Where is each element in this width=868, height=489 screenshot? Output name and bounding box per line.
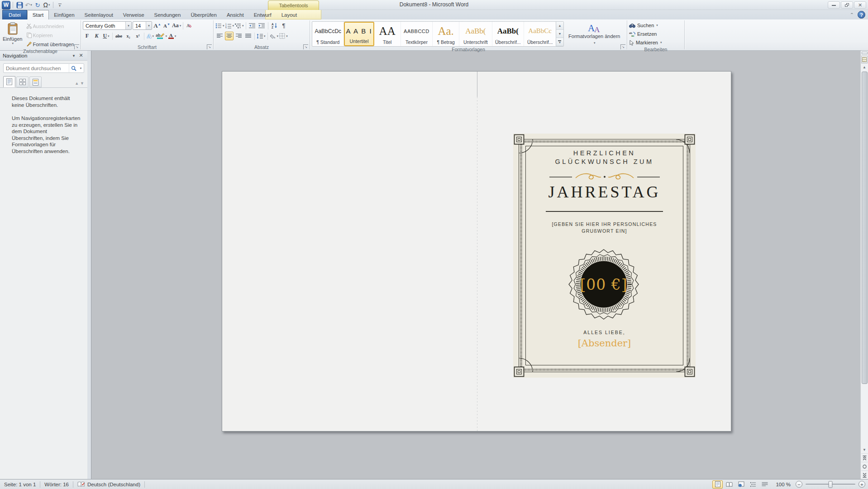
document-page[interactable]: HERZLICHEN GLÜCKWUNSCH ZUM JAHRESTAG [GE… [222,71,731,431]
tab-sendungen[interactable]: Sendungen [149,10,186,19]
subscript-button[interactable]: x₂ [124,32,133,40]
cut-button[interactable]: Ausschneiden [25,22,75,30]
proofing-status[interactable]: Deutsch (Deutschland) [73,479,144,489]
next-page-button[interactable] [861,470,868,479]
amount-placeholder-field[interactable]: [00 €] [580,276,627,293]
draft-view-button[interactable] [759,480,770,489]
scroll-down-icon[interactable]: ▼ [861,446,868,453]
word-logo-icon[interactable]: W [2,1,10,10]
sort-button[interactable]: AZ [270,21,279,30]
previous-page-button[interactable] [861,453,868,462]
find-button[interactable]: Suchen▾ [627,21,684,29]
style-item-betrag[interactable]: Aa. ¶ Betrag [433,22,459,46]
search-input[interactable] [4,66,69,71]
previous-heading-icon[interactable]: ▲ [75,81,79,86]
tab-ansicht[interactable]: Ansicht [222,10,249,19]
justify-button[interactable] [244,32,253,40]
repeat-button[interactable]: ↻ [33,1,42,9]
pane-splitter[interactable] [87,51,91,479]
greeting-placeholder-field[interactable]: [GEBEN SIE HIER IHR PERSONLICHES GRUßWOR… [513,221,696,235]
select-button[interactable]: Markieren▾ [627,38,684,47]
font-color-button[interactable]: A▾ [168,32,176,40]
styles-dialog-launcher[interactable]: ↘ [620,44,625,49]
page-indicator[interactable]: Seite: 1 von 1 [0,479,40,489]
show-marks-button[interactable]: ¶ [280,21,288,30]
tab-datei[interactable]: Datei [2,10,27,19]
style-item-unterschrift[interactable]: AaBb( Unterschrift [459,22,492,46]
vertical-scrollbar[interactable]: ▲ ▼ [860,51,868,479]
zoom-slider-track[interactable] [806,484,855,485]
font-dialog-launcher[interactable]: ↘ [207,44,212,49]
style-item-textkoerper[interactable]: AABBCCD Textkörper [401,22,433,46]
save-button[interactable] [15,1,24,9]
font-size-combo[interactable]: 14▾ [133,21,152,30]
replace-button[interactable]: abac Ersetzen [627,30,684,38]
print-layout-view-button[interactable] [712,480,723,489]
symbol-button[interactable]: Ω▾ [43,1,51,9]
minimize-ribbon-icon[interactable]: ⌃ [850,12,854,17]
grow-font-button[interactable]: A▲ [153,21,162,30]
borders-button[interactable]: ▾ [279,32,288,40]
align-center-button[interactable] [225,32,234,40]
clipboard-dialog-launcher[interactable]: ↘ [74,44,79,49]
nav-tab-pages[interactable] [16,77,29,87]
nav-tab-headings[interactable] [3,76,15,87]
tab-einfuegen[interactable]: Einfügen [49,10,79,19]
font-name-combo[interactable]: Century Goth▾ [83,21,132,30]
next-heading-icon[interactable]: ▼ [80,81,84,86]
style-item-untertitel[interactable]: A A B I Untertitel [344,22,374,46]
outline-view-button[interactable] [748,480,758,489]
document-search-box[interactable]: ▾ [3,63,84,73]
style-item-ueberschrift2[interactable]: AaBbCc Überschrif... [524,22,556,46]
decrease-indent-button[interactable] [248,21,257,30]
ruler-toggle-button[interactable] [861,56,868,63]
underline-button[interactable]: U▾ [102,32,110,40]
align-left-button[interactable] [215,32,224,40]
tab-layout[interactable]: Layout [277,10,302,19]
bold-button[interactable]: F [83,32,91,40]
nav-tab-results[interactable] [29,77,42,87]
change-styles-button[interactable]: A A Formatvorlagen ändern ▾ [564,21,625,47]
web-layout-view-button[interactable] [736,480,746,489]
paragraph-dialog-launcher[interactable]: ↘ [303,44,308,49]
font-size-dropdown-icon[interactable]: ▾ [146,22,152,29]
line-spacing-button[interactable]: ▾ [257,32,266,40]
align-right-button[interactable] [234,32,243,40]
minimize-button[interactable] [828,1,840,9]
search-options-dropdown-icon[interactable]: ▾ [78,64,84,72]
split-window-handle[interactable] [862,52,868,54]
zoom-slider-thumb[interactable] [829,481,833,488]
tab-entwurf[interactable]: Entwurf [249,10,277,19]
font-name-dropdown-icon[interactable]: ▾ [125,22,131,29]
help-button[interactable]: ? [858,11,865,19]
strikethrough-button[interactable]: abe [114,32,123,40]
customize-qat-button[interactable]: ▾ [56,1,64,9]
word-count[interactable]: Wörter: 16 [40,479,73,489]
zoom-in-button[interactable]: + [858,481,865,488]
copy-button[interactable]: Kopieren [25,31,75,39]
paste-dropdown-icon[interactable]: ▾ [12,42,14,45]
style-item-ueberschrift1[interactable]: AaBb( Überschrif... [492,22,524,46]
multilevel-list-button[interactable]: ▾ [235,21,244,30]
italic-button[interactable]: K [92,32,101,40]
styles-more-button[interactable]: ▼ [556,38,563,46]
numbering-button[interactable]: 123▾ [225,21,234,30]
sender-placeholder-field[interactable]: [Absender] [513,338,696,349]
styles-scroll-down[interactable]: ▼ [556,30,563,38]
restore-button[interactable] [841,1,853,9]
undo-button[interactable]: ↶▾ [24,1,33,9]
clear-formatting-button[interactable]: A [185,21,194,30]
document-canvas[interactable]: HERZLICHEN GLÜCKWUNSCH ZUM JAHRESTAG [GE… [91,51,860,479]
tab-verweise[interactable]: Verweise [118,10,149,19]
tab-start[interactable]: Start [27,10,49,19]
fullscreen-reading-view-button[interactable] [724,480,734,489]
undo-dropdown-icon[interactable]: ▾ [30,3,32,7]
search-icon[interactable] [69,64,78,72]
highlight-button[interactable]: ab🖉▾ [156,32,167,40]
shading-button[interactable]: ▾ [270,32,279,40]
close-button[interactable]: ✕ [854,1,866,9]
styles-scroll-up[interactable]: ▲ [556,22,563,30]
scroll-up-icon[interactable]: ▲ [861,63,868,71]
shrink-font-button[interactable]: A▼ [162,21,171,30]
select-browse-object-button[interactable] [861,462,868,470]
